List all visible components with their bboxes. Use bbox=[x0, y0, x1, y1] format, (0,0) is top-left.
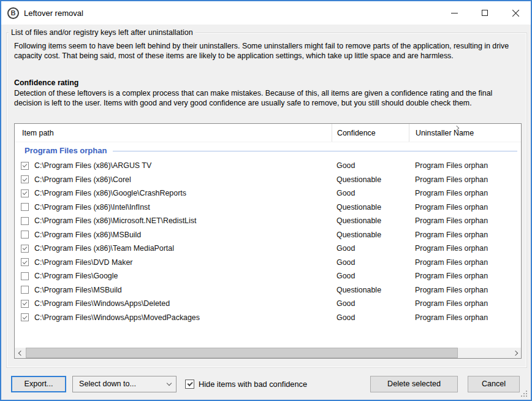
row-uninstaller-cell: Program Files orphan bbox=[409, 231, 521, 239]
row-uninstaller-cell: Program Files orphan bbox=[409, 244, 521, 253]
app-logo-icon: B bbox=[7, 7, 19, 19]
minimize-button[interactable] bbox=[439, 1, 469, 25]
chevron-down-icon bbox=[167, 380, 172, 385]
row-path-cell: C:\Program Files (x86)\Corel bbox=[15, 175, 332, 184]
table-empty-area bbox=[15, 324, 521, 348]
row-checkbox[interactable] bbox=[21, 231, 29, 239]
export-button[interactable]: Export... bbox=[11, 376, 66, 392]
row-path-cell: C:\Program Files (x86)\MSBuild bbox=[15, 231, 332, 239]
row-path-text: C:\Program Files\Google bbox=[34, 272, 118, 280]
row-checkbox[interactable] bbox=[21, 217, 29, 225]
row-checkbox[interactable] bbox=[21, 258, 29, 266]
row-path-text: C:\Program Files\WindowsApps\Deleted bbox=[34, 299, 170, 308]
table-row[interactable]: C:\Program Files\DVD Maker Good Program … bbox=[15, 256, 521, 270]
row-confidence-cell: Good bbox=[332, 258, 409, 267]
footer-bar: Export... Select down to... Hide items w… bbox=[11, 375, 520, 392]
row-path-text: C:\Program Files\MSBuild bbox=[34, 286, 122, 294]
row-path-text: C:\Program Files\WindowsApps\MovedPackag… bbox=[34, 313, 200, 322]
close-button[interactable] bbox=[500, 1, 531, 25]
row-checkbox[interactable] bbox=[21, 300, 29, 308]
row-confidence-cell: Good bbox=[332, 272, 409, 280]
row-uninstaller-cell: Program Files orphan bbox=[409, 161, 521, 170]
resize-grip[interactable] bbox=[526, 395, 527, 397]
groupbox-label: List of files and/or registry keys left … bbox=[9, 28, 196, 37]
row-path-cell: C:\Program Files\Google bbox=[15, 272, 332, 280]
row-path-text: C:\Program Files (x86)\Team MediaPortal bbox=[34, 244, 174, 253]
table-rows: C:\Program Files (x86)\ARGUS TV Good Pro… bbox=[15, 159, 521, 324]
dialog-content: List of files and/or registry keys left … bbox=[1, 25, 531, 400]
group-row[interactable]: Program Files orphan bbox=[15, 142, 521, 159]
row-confidence-cell: Good bbox=[332, 189, 409, 197]
row-checkbox[interactable] bbox=[21, 189, 29, 197]
row-uninstaller-cell: Program Files orphan bbox=[409, 272, 521, 280]
row-path-text: C:\Program Files (x86)\Google\CrashRepor… bbox=[34, 189, 186, 197]
scroll-left-button[interactable] bbox=[15, 348, 25, 358]
row-uninstaller-cell: Program Files orphan bbox=[409, 258, 521, 267]
column-header-uninstaller-name[interactable]: Uninstaller Name bbox=[409, 124, 521, 142]
scroll-right-button[interactable] bbox=[511, 348, 521, 358]
delete-selected-button[interactable]: Delete selected bbox=[370, 376, 458, 392]
checkbox-checked-icon bbox=[185, 380, 194, 389]
leftovers-groupbox: List of files and/or registry keys left … bbox=[6, 32, 527, 368]
column-header-confidence[interactable]: Confidence bbox=[332, 124, 409, 142]
minimize-icon bbox=[451, 13, 458, 13]
row-checkbox[interactable] bbox=[21, 162, 29, 170]
table-row[interactable]: C:\Program Files (x86)\Team MediaPortal … bbox=[15, 242, 521, 256]
window-controls bbox=[439, 1, 531, 25]
hide-bad-confidence-label: Hide items with bad confidence bbox=[199, 380, 307, 389]
chevron-right-icon bbox=[512, 350, 517, 355]
row-uninstaller-cell: Program Files orphan bbox=[409, 299, 521, 308]
leftovers-table: Item path Confidence Uninstaller Name Pr… bbox=[14, 123, 522, 359]
row-confidence-cell: Questionable bbox=[332, 231, 409, 239]
row-checkbox[interactable] bbox=[21, 175, 29, 183]
scrollbar-thumb[interactable] bbox=[26, 348, 458, 358]
row-checkbox[interactable] bbox=[21, 272, 29, 280]
table-row[interactable]: C:\Program Files (x86)\Intel\InfInst Que… bbox=[15, 200, 521, 215]
group-divider-line bbox=[113, 151, 517, 151]
row-path-cell: C:\Program Files (x86)\Team MediaPortal bbox=[15, 244, 332, 253]
titlebar: B Leftover removal bbox=[1, 1, 531, 25]
row-checkbox[interactable] bbox=[21, 245, 29, 253]
row-path-cell: C:\Program Files\WindowsApps\Deleted bbox=[15, 299, 332, 308]
row-confidence-cell: Questionable bbox=[332, 286, 409, 294]
scrollbar-track[interactable] bbox=[25, 348, 511, 358]
group-name: Program Files orphan bbox=[25, 146, 107, 155]
close-icon bbox=[512, 9, 520, 17]
row-uninstaller-cell: Program Files orphan bbox=[409, 175, 521, 184]
row-confidence-cell: Good bbox=[332, 313, 409, 322]
row-path-cell: C:\Program Files\WindowsApps\MovedPackag… bbox=[15, 313, 332, 322]
maximize-button[interactable] bbox=[469, 1, 500, 25]
row-confidence-cell: Questionable bbox=[332, 203, 409, 212]
row-checkbox[interactable] bbox=[21, 313, 29, 321]
row-uninstaller-cell: Program Files orphan bbox=[409, 189, 521, 197]
row-path-text: C:\Program Files (x86)\Microsoft.NET\Red… bbox=[34, 216, 196, 225]
confidence-rating-heading: Confidence rating bbox=[14, 78, 78, 87]
row-confidence-cell: Good bbox=[332, 244, 409, 253]
table-row[interactable]: C:\Program Files\Google Good Program Fil… bbox=[15, 269, 521, 283]
app-logo-letter: B bbox=[11, 10, 16, 17]
row-path-cell: C:\Program Files (x86)\Microsoft.NET\Red… bbox=[15, 216, 332, 225]
row-path-cell: C:\Program Files (x86)\Google\CrashRepor… bbox=[15, 189, 332, 197]
table-row[interactable]: C:\Program Files (x86)\Microsoft.NET\Red… bbox=[15, 214, 521, 228]
confidence-rating-text: Detection of these leftovers is a comple… bbox=[14, 88, 522, 108]
table-row[interactable]: C:\Program Files (x86)\Google\CrashRepor… bbox=[15, 186, 521, 200]
select-down-to-dropdown[interactable]: Select down to... bbox=[72, 376, 177, 392]
table-header: Item path Confidence Uninstaller Name bbox=[15, 124, 521, 142]
table-row[interactable]: C:\Program Files (x86)\ARGUS TV Good Pro… bbox=[15, 159, 521, 173]
column-header-item-path[interactable]: Item path bbox=[15, 124, 332, 142]
row-path-cell: C:\Program Files (x86)\ARGUS TV bbox=[15, 161, 332, 170]
table-row[interactable]: C:\Program Files (x86)\MSBuild Questiona… bbox=[15, 228, 521, 242]
row-path-text: C:\Program Files (x86)\ARGUS TV bbox=[34, 161, 151, 170]
maximize-icon bbox=[482, 10, 488, 16]
table-row[interactable]: C:\Program Files\WindowsApps\MovedPackag… bbox=[15, 311, 521, 325]
horizontal-scrollbar[interactable] bbox=[15, 348, 521, 358]
table-row[interactable]: C:\Program Files (x86)\Corel Questionabl… bbox=[15, 173, 521, 187]
cancel-button[interactable]: Cancel bbox=[468, 376, 520, 392]
row-checkbox[interactable] bbox=[21, 286, 29, 294]
table-row[interactable]: C:\Program Files\MSBuild Questionable Pr… bbox=[15, 283, 521, 297]
table-row[interactable]: C:\Program Files\WindowsApps\Deleted Goo… bbox=[15, 297, 521, 311]
hide-bad-confidence-checkbox[interactable]: Hide items with bad confidence bbox=[185, 380, 307, 389]
row-checkbox[interactable] bbox=[21, 203, 29, 211]
row-path-cell: C:\Program Files\MSBuild bbox=[15, 286, 332, 294]
select-down-to-label: Select down to... bbox=[79, 380, 167, 388]
